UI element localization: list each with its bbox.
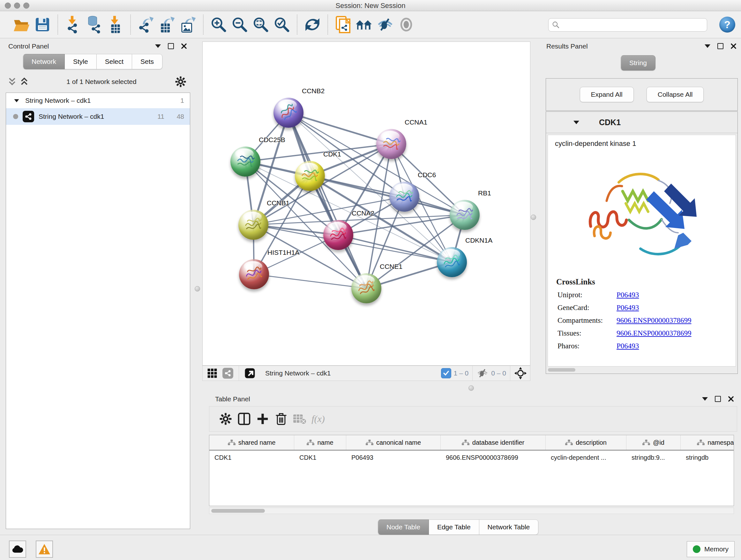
results-panel-menu-button[interactable] [704, 44, 711, 48]
crosslink-link[interactable]: 9606.ENSP00000378699 [616, 329, 691, 337]
selected-checkbox-icon[interactable] [441, 368, 451, 378]
network-node-cdkn1a[interactable] [437, 247, 467, 277]
network-row-selected[interactable]: String Network – cdk1 11 48 [6, 108, 190, 125]
table-cell[interactable]: CDK1 [209, 454, 294, 461]
create-column-button[interactable] [253, 410, 272, 428]
results-hscroll-thumb[interactable] [548, 368, 576, 372]
hidden-eye-slash-icon[interactable] [476, 368, 488, 378]
network-node-ccne1[interactable] [351, 273, 381, 303]
table-options-gear-button[interactable] [216, 410, 235, 428]
column-header-shared-name[interactable]: shared name [209, 435, 294, 450]
expand-all-button[interactable]: Expand All [580, 87, 634, 102]
table-hscrollbar[interactable] [209, 508, 734, 514]
table-panel-float-button[interactable] [715, 396, 721, 402]
expand-all-chevrons-icon[interactable] [20, 77, 28, 86]
warnings-button[interactable] [36, 541, 53, 558]
network-share-button[interactable] [221, 367, 235, 380]
network-node-ccna1[interactable] [376, 129, 406, 159]
hide-graphics-details-button[interactable] [376, 15, 394, 34]
crosslink-link[interactable]: P06493 [616, 304, 639, 312]
table-cell[interactable]: stringdb:9... [626, 454, 681, 461]
bottom-splitter-handle[interactable] [468, 385, 474, 391]
export-image-button[interactable] [179, 15, 197, 34]
crosslink-link[interactable]: 9606.ENSP00000378699 [616, 316, 691, 325]
zoom-out-button[interactable] [231, 15, 249, 34]
collection-disclosure-icon[interactable] [14, 99, 19, 102]
show-columns-button[interactable] [235, 410, 253, 428]
column-header-name[interactable]: name [294, 435, 346, 450]
tab-sets[interactable]: Sets [132, 54, 162, 69]
function-builder-button[interactable]: f(x) [309, 410, 327, 428]
control-panel-close-icon[interactable] [181, 43, 187, 49]
search-input[interactable] [560, 21, 707, 29]
table-panel-close-icon[interactable] [728, 396, 734, 402]
export-network-button[interactable] [137, 15, 155, 34]
toolbar-divider [472, 366, 473, 381]
control-panel-menu-button[interactable] [155, 44, 161, 48]
save-session-button[interactable] [33, 15, 51, 34]
open-session-button[interactable] [12, 15, 30, 34]
zoom-in-button[interactable] [210, 15, 227, 34]
table-cell[interactable]: stringdb [681, 454, 734, 461]
cdk1-section-header[interactable]: CDK1 [546, 112, 738, 133]
delete-columns-button[interactable] [272, 410, 290, 428]
tab-node-table[interactable]: Node Table [378, 519, 429, 535]
table-row[interactable]: CDK1CDK1P064939606.ENSP00000378699cyclin… [209, 450, 734, 464]
network-node-cdk1[interactable] [295, 161, 325, 191]
network-node-ccnb2[interactable] [273, 98, 304, 128]
tab-network-table[interactable]: Network Table [479, 519, 539, 535]
network-options-gear-icon[interactable] [175, 76, 186, 87]
zoom-fit-button[interactable] [252, 15, 270, 34]
network-node-cdc6[interactable] [389, 182, 419, 212]
network-node-hist1h1a[interactable] [239, 259, 269, 289]
table-cell[interactable]: P06493 [346, 454, 441, 461]
cdk1-disclosure-icon[interactable] [574, 121, 579, 124]
clear-table-button[interactable] [290, 410, 309, 428]
collapse-all-button[interactable]: Collapse All [647, 87, 704, 102]
import-table-from-file-button[interactable] [106, 15, 124, 34]
tab-style[interactable]: Style [65, 54, 97, 69]
table-cell[interactable]: CDK1 [294, 454, 346, 461]
network-node-ccna2[interactable] [323, 220, 353, 250]
first-neighbors-button[interactable] [355, 15, 373, 34]
column-header-database-identifier[interactable]: database identifier [441, 435, 546, 450]
import-network-from-file-button[interactable] [64, 15, 82, 34]
protein-ribbon-thumb [357, 279, 376, 298]
column-header-namespace[interactable]: namespace [681, 435, 734, 450]
table-panel-menu-button[interactable] [702, 397, 708, 401]
zoom-selected-button[interactable] [273, 15, 291, 34]
help-button[interactable]: ? [719, 17, 735, 33]
refresh-view-button[interactable] [304, 15, 321, 34]
tab-string[interactable]: String [621, 55, 656, 71]
open-in-window-button[interactable] [243, 367, 257, 380]
network-collection-row[interactable]: String Network – cdk1 1 [6, 93, 190, 108]
table-cell[interactable]: cyclin-dependent ... [546, 454, 626, 461]
table-cell[interactable]: 9606.ENSP00000378699 [441, 454, 546, 461]
collapse-all-chevrons-icon[interactable] [8, 77, 16, 86]
birdseye-grid-button[interactable] [205, 367, 219, 380]
right-splitter-handle[interactable] [531, 214, 536, 220]
table-hscroll-thumb[interactable] [211, 509, 265, 513]
crosslink-link[interactable]: P06493 [616, 342, 639, 350]
tab-edge-table[interactable]: Edge Table [429, 519, 479, 535]
results-panel-close-icon[interactable] [731, 43, 737, 49]
tab-select[interactable]: Select [97, 54, 132, 69]
cloud-status-button[interactable] [9, 541, 26, 558]
column-header-@id[interactable]: @id [626, 435, 681, 450]
export-table-button[interactable] [158, 15, 176, 34]
control-panel-float-button[interactable] [168, 43, 174, 49]
new-network-from-selection-button[interactable] [334, 15, 352, 34]
column-header-description[interactable]: description [546, 435, 626, 450]
left-splitter-handle[interactable] [195, 286, 200, 292]
network-canvas[interactable]: CCNB2CCNA1CDC25BCDK1CDC6RB1CCNB1CCNA2CDK… [202, 42, 530, 366]
memory-button[interactable]: Memory [687, 541, 735, 557]
tab-network[interactable]: Network [23, 54, 65, 69]
results-panel-float-button[interactable] [718, 43, 724, 49]
crosslink-link[interactable]: P06493 [616, 291, 639, 299]
network-node-cdc25b[interactable] [230, 146, 260, 177]
import-network-from-database-button[interactable] [85, 15, 103, 34]
network-node-rb1[interactable] [450, 200, 480, 230]
network-node-ccnb1[interactable] [239, 210, 268, 240]
column-header-canonical-name[interactable]: canonical name [346, 435, 441, 450]
crosshair-fit-icon[interactable] [514, 367, 527, 380]
